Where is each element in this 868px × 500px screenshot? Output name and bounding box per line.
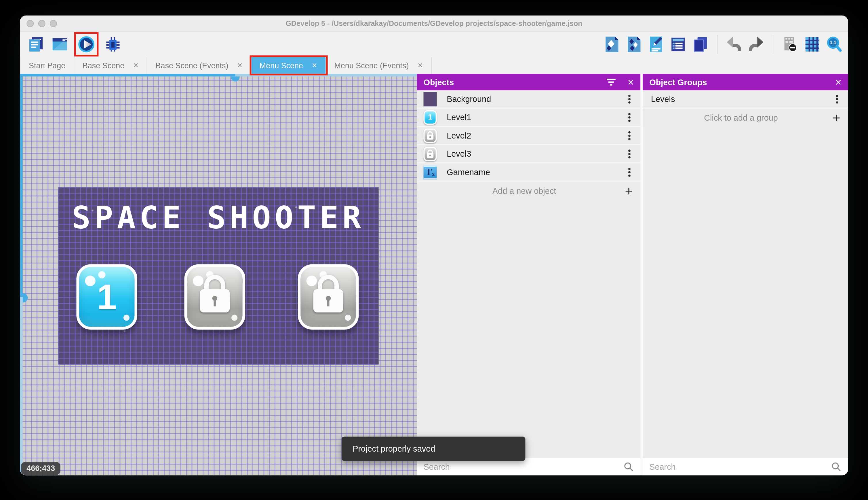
toggle-mask-button[interactable] bbox=[781, 35, 799, 54]
close-panel-icon[interactable]: × bbox=[835, 77, 841, 87]
undo-button[interactable] bbox=[725, 35, 743, 54]
object-row-level2[interactable]: Level2 bbox=[417, 127, 640, 145]
level3-button-instance[interactable] bbox=[298, 264, 359, 329]
objects-panel-title: Objects bbox=[423, 77, 454, 87]
scene-window-icon bbox=[51, 35, 69, 53]
text-object-thumbnail: Tx bbox=[423, 165, 437, 179]
group-name: Levels bbox=[651, 94, 836, 104]
toggle-grid-button[interactable] bbox=[803, 35, 821, 54]
vertical-scrollbar-thumb[interactable] bbox=[23, 293, 28, 303]
object-name: Level2 bbox=[447, 131, 628, 140]
close-panel-icon[interactable]: × bbox=[628, 77, 634, 87]
tab-menu-scene-events[interactable]: Menu Scene (Events) × bbox=[326, 57, 432, 74]
horizontal-scrollbar-thumb[interactable] bbox=[231, 76, 240, 81]
play-button[interactable] bbox=[77, 35, 96, 54]
tab-bar: Start Page Base Scene × Base Scene (Even… bbox=[20, 57, 848, 74]
object-groups-body bbox=[643, 127, 848, 457]
scene-editor-canvas[interactable]: SPACE SHOOTER 1 bbox=[20, 74, 417, 476]
grid-icon bbox=[803, 35, 821, 53]
minimize-window-button[interactable] bbox=[38, 20, 46, 27]
zoom-1-1-icon: 1:1 bbox=[825, 35, 843, 53]
open-scene-button[interactable] bbox=[50, 35, 69, 54]
button-highlight-dot bbox=[124, 315, 129, 321]
object-row-background[interactable]: Background bbox=[417, 90, 640, 109]
level1-thumbnail: 1 bbox=[423, 110, 437, 124]
vertical-scrollbar[interactable] bbox=[20, 74, 23, 476]
tab-label: Menu Scene (Events) bbox=[334, 61, 409, 70]
object-menu-icon[interactable] bbox=[628, 149, 631, 151]
open-layers-button[interactable] bbox=[691, 35, 709, 54]
close-window-button[interactable] bbox=[26, 20, 34, 27]
tab-start-page[interactable]: Start Page bbox=[20, 57, 74, 74]
zoom-original-button[interactable]: 1:1 bbox=[825, 35, 844, 54]
project-manager-button[interactable] bbox=[26, 35, 45, 54]
background-thumbnail bbox=[423, 92, 437, 106]
save-toast: Project properly saved bbox=[342, 436, 526, 461]
tab-close-icon[interactable]: × bbox=[133, 61, 138, 70]
main-area: SPACE SHOOTER 1 bbox=[20, 74, 848, 476]
object-menu-icon[interactable] bbox=[628, 131, 631, 133]
tab-close-icon[interactable]: × bbox=[418, 61, 423, 70]
open-object-groups-button[interactable] bbox=[624, 35, 643, 54]
panel-divider[interactable] bbox=[640, 74, 643, 476]
properties-icon bbox=[647, 35, 665, 53]
object-groups-icon bbox=[625, 35, 643, 53]
add-group-label: Click to add a group bbox=[649, 113, 833, 122]
locked-thumbnail bbox=[423, 128, 437, 143]
tab-label: Base Scene (Events) bbox=[155, 61, 228, 70]
tab-menu-scene[interactable]: Menu Scene × bbox=[251, 57, 326, 74]
titlebar[interactable]: GDevelop 5 - /Users/dkarakay/Documents/G… bbox=[20, 15, 848, 32]
object-menu-icon[interactable] bbox=[628, 168, 631, 170]
filter-icon[interactable] bbox=[607, 78, 615, 86]
object-name: Level3 bbox=[447, 149, 628, 158]
button-highlight-dot bbox=[231, 315, 237, 321]
object-name: Gamename bbox=[447, 167, 628, 177]
layers-icon bbox=[691, 35, 709, 53]
undo-icon bbox=[725, 35, 743, 53]
toolbar-right-group: 1:1 bbox=[602, 32, 844, 57]
horizontal-scrollbar[interactable] bbox=[20, 74, 417, 77]
tab-base-scene-events[interactable]: Base Scene (Events) × bbox=[147, 57, 251, 74]
redo-icon bbox=[748, 35, 765, 53]
object-menu-icon[interactable] bbox=[628, 113, 631, 115]
debugger-icon bbox=[104, 35, 122, 53]
open-instances-list-button[interactable] bbox=[669, 35, 688, 54]
add-object-icon[interactable]: + bbox=[625, 183, 633, 199]
gdevelop-window: GDevelop 5 - /Users/dkarakay/Documents/G… bbox=[20, 15, 848, 475]
group-menu-icon[interactable] bbox=[836, 94, 838, 97]
add-group-row[interactable]: Click to add a group + bbox=[643, 109, 848, 127]
debugger-button[interactable] bbox=[104, 35, 122, 54]
object-row-gamename[interactable]: Tx Gamename bbox=[417, 163, 640, 181]
level2-button-instance[interactable] bbox=[185, 264, 246, 329]
redo-button[interactable] bbox=[747, 35, 765, 54]
object-menu-icon[interactable] bbox=[628, 94, 631, 97]
objects-panel-icon bbox=[603, 35, 621, 53]
search-icon[interactable] bbox=[624, 462, 634, 472]
level1-button-instance[interactable]: 1 bbox=[76, 264, 137, 329]
gamename-text-instance[interactable]: SPACE SHOOTER bbox=[58, 199, 379, 235]
groups-search-bar bbox=[643, 458, 848, 476]
search-icon[interactable] bbox=[831, 462, 842, 472]
group-row-levels[interactable]: Levels bbox=[643, 90, 848, 109]
groups-search-input[interactable] bbox=[649, 462, 831, 471]
add-object-row[interactable]: Add a new object + bbox=[417, 182, 640, 200]
background-instance[interactable]: SPACE SHOOTER 1 bbox=[58, 187, 379, 365]
object-groups-title: Object Groups bbox=[649, 77, 707, 87]
play-icon bbox=[78, 35, 95, 53]
object-row-level1[interactable]: 1 Level1 bbox=[417, 109, 640, 127]
zoom-window-button[interactable] bbox=[50, 20, 57, 27]
open-properties-button[interactable] bbox=[647, 35, 665, 54]
tab-base-scene[interactable]: Base Scene × bbox=[74, 57, 147, 74]
object-row-level3[interactable]: Level3 bbox=[417, 145, 640, 163]
open-objects-panel-button[interactable] bbox=[602, 35, 621, 54]
tab-close-icon[interactable]: × bbox=[312, 61, 317, 70]
cursor-position-badge: 466;433 bbox=[21, 462, 60, 475]
objects-search-input[interactable] bbox=[423, 462, 624, 471]
add-group-icon[interactable]: + bbox=[833, 110, 840, 126]
mask-icon bbox=[781, 35, 799, 53]
window-title: GDevelop 5 - /Users/dkarakay/Documents/G… bbox=[20, 15, 848, 32]
toolbar-left-group bbox=[20, 32, 122, 57]
traffic-lights bbox=[26, 20, 57, 27]
play-button-highlight bbox=[74, 32, 99, 57]
tab-close-icon[interactable]: × bbox=[237, 61, 242, 70]
